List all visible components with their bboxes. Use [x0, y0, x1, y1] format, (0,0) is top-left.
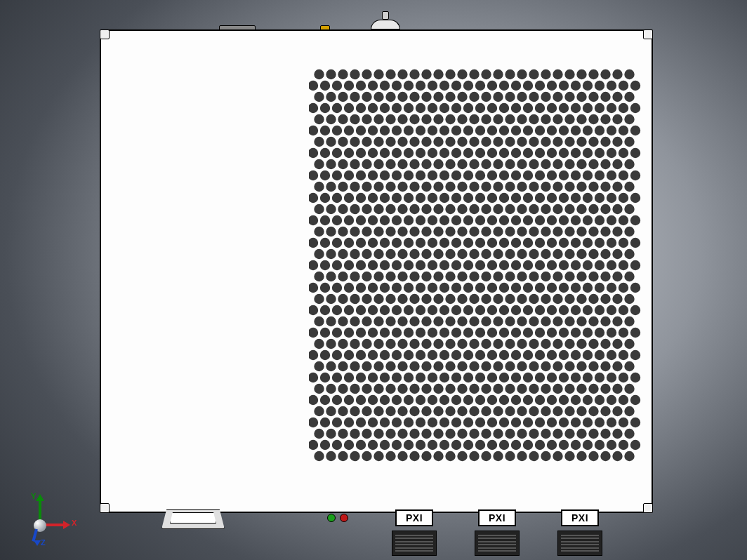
svg-point-526 [356, 283, 366, 293]
svg-point-658 [619, 328, 628, 338]
svg-point-941 [385, 451, 395, 461]
svg-point-743 [320, 373, 330, 382]
svg-point-447 [397, 249, 407, 259]
svg-point-265 [523, 171, 533, 180]
svg-point-707 [547, 350, 557, 360]
svg-point-156 [535, 126, 545, 135]
svg-point-169 [362, 137, 371, 147]
svg-point-328 [619, 193, 628, 203]
svg-point-497 [338, 272, 348, 281]
svg-point-782 [457, 384, 467, 394]
svg-point-932 [607, 440, 616, 450]
svg-point-524 [332, 283, 342, 293]
svg-point-132 [576, 114, 586, 124]
svg-point-280 [374, 182, 383, 192]
svg-point-957 [576, 451, 586, 461]
svg-point-354 [600, 204, 610, 214]
svg-point-436 [595, 238, 604, 248]
svg-point-648 [499, 328, 509, 338]
svg-point-7 [397, 69, 407, 79]
svg-point-636 [356, 328, 366, 338]
svg-point-299 [600, 182, 610, 192]
svg-point-261 [475, 171, 485, 180]
svg-point-605 [314, 316, 324, 326]
svg-point-890 [433, 429, 443, 439]
svg-point-138 [320, 126, 330, 135]
svg-point-874 [571, 418, 581, 427]
svg-point-164 [630, 126, 640, 135]
svg-point-238 [529, 159, 538, 169]
svg-point-508 [469, 272, 479, 281]
pxi-module-3: PXI [557, 509, 602, 556]
svg-point-830 [374, 406, 383, 416]
svg-point-190 [612, 137, 622, 147]
svg-point-687 [309, 350, 318, 360]
svg-point-477 [428, 260, 437, 270]
svg-point-12 [457, 69, 467, 79]
svg-point-21 [564, 69, 574, 79]
svg-point-122 [457, 114, 467, 124]
z-axis-label: Z [41, 539, 46, 547]
svg-point-898 [529, 429, 538, 439]
svg-point-306 [356, 193, 366, 203]
svg-point-139 [332, 126, 342, 135]
svg-point-210 [523, 148, 533, 158]
svg-point-73 [529, 92, 538, 102]
svg-point-789 [541, 384, 550, 394]
svg-point-246 [624, 159, 634, 169]
svg-point-289 [481, 182, 491, 192]
svg-point-665 [374, 339, 383, 349]
svg-point-345 [493, 204, 503, 214]
svg-point-46 [535, 81, 545, 91]
svg-point-709 [571, 350, 581, 360]
svg-point-722 [397, 361, 407, 371]
svg-point-116 [385, 114, 395, 124]
svg-point-926 [535, 440, 545, 450]
svg-point-748 [380, 373, 390, 382]
svg-point-93 [439, 103, 449, 113]
svg-point-227 [397, 159, 407, 169]
svg-point-632 [309, 328, 318, 338]
svg-point-188 [588, 137, 598, 147]
svg-point-480 [463, 260, 473, 270]
cad-viewport[interactable]: PXI PXI PXI Y X Z [0, 0, 747, 560]
pxi-vent-3 [557, 531, 602, 556]
svg-point-226 [385, 159, 395, 169]
svg-point-350 [553, 204, 562, 214]
svg-point-521 [624, 272, 634, 281]
svg-point-65 [433, 92, 443, 102]
svg-point-705 [523, 350, 533, 360]
svg-point-295 [553, 182, 562, 192]
svg-point-833 [409, 406, 419, 416]
svg-point-573 [588, 294, 598, 304]
svg-point-377 [547, 215, 557, 225]
svg-point-824 [630, 395, 640, 405]
svg-point-577 [309, 305, 318, 315]
svg-point-72 [517, 92, 527, 102]
svg-point-266 [535, 171, 545, 180]
svg-point-861 [416, 418, 425, 427]
svg-point-576 [624, 294, 634, 304]
svg-point-103 [559, 103, 569, 113]
svg-point-90 [404, 103, 414, 113]
svg-point-392 [397, 227, 407, 236]
svg-point-407 [576, 227, 586, 236]
svg-point-476 [416, 260, 425, 270]
svg-point-419 [392, 238, 402, 248]
svg-point-475 [404, 260, 414, 270]
view-orientation-triad[interactable]: Y X Z [20, 493, 69, 542]
svg-point-635 [344, 328, 354, 338]
svg-point-799 [332, 395, 342, 405]
svg-point-450 [433, 249, 443, 259]
chassis-top-view[interactable]: PXI PXI PXI [97, 21, 653, 522]
svg-point-136 [624, 114, 634, 124]
svg-point-876 [595, 418, 604, 427]
svg-point-166 [326, 137, 336, 147]
svg-point-690 [344, 350, 354, 360]
svg-point-121 [445, 114, 455, 124]
svg-point-934 [630, 440, 640, 450]
svg-point-836 [445, 406, 455, 416]
svg-point-935 [314, 451, 324, 461]
svg-point-490 [583, 260, 593, 270]
svg-point-854 [332, 418, 342, 427]
